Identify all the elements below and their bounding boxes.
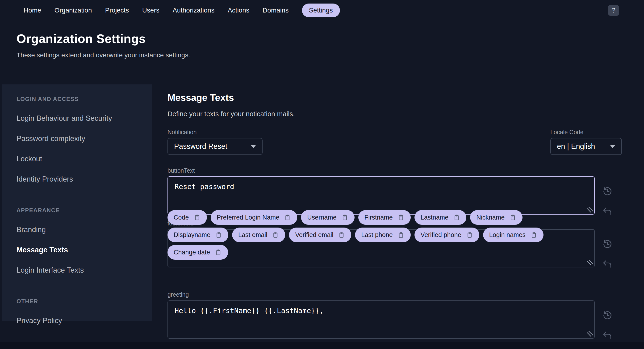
notification-label: Notification — [168, 129, 262, 136]
locale-select[interactable]: en | English — [550, 138, 622, 155]
chip-label: Nickname — [476, 214, 504, 221]
sidebar-item-login-behaviour[interactable]: Login Behaviour and Security — [16, 114, 152, 123]
nav-item-domains[interactable]: Domains — [262, 6, 288, 14]
buttontext-label: buttonText — [168, 167, 595, 174]
clipboard-icon — [397, 214, 404, 221]
sidebar-section-login-and-access: LOGIN AND ACCESS — [16, 96, 152, 102]
buttontext-input[interactable]: Reset password — [168, 176, 595, 215]
undo-icon[interactable] — [602, 330, 613, 341]
clipboard-icon — [272, 231, 279, 239]
clipboard-icon — [466, 231, 473, 239]
undo-icon[interactable] — [602, 259, 613, 270]
chip-label: Firstname — [364, 214, 393, 221]
locale-field: Locale Code en | English — [550, 129, 622, 155]
notification-selected-value: Password Reset — [174, 142, 228, 151]
chip-label: Code — [174, 214, 189, 221]
sidebar-item-message-texts[interactable]: Message Texts — [16, 246, 152, 254]
history-icon[interactable] — [602, 239, 613, 250]
chip-last-email[interactable]: Last email — [232, 228, 285, 242]
chip-label: Preferred Login Name — [217, 214, 280, 221]
sidebar-item-privacy-policy[interactable]: Privacy Policy — [16, 317, 152, 325]
chip-label: Login names — [489, 231, 526, 239]
resize-handle[interactable] — [588, 331, 593, 337]
sidebar-item-login-interface-texts[interactable]: Login Interface Texts — [16, 266, 152, 275]
locale-selected-value: en | English — [557, 142, 595, 151]
clipboard-icon — [338, 231, 345, 239]
chip-label: Displayname — [174, 231, 210, 239]
sidebar-item-password-complexity[interactable]: Password complexity — [16, 134, 152, 143]
chip-lastname[interactable]: Lastname — [414, 210, 466, 225]
placeholder-chips: Code Preferred Login Name Username First… — [168, 210, 583, 260]
greeting-input[interactable]: Hello {{.FirstName}} {{.LastName}}, — [168, 301, 595, 339]
clipboard-icon — [509, 214, 516, 221]
greeting-field: greeting Hello {{.FirstName}} {{.LastNam… — [168, 291, 595, 339]
clipboard-icon — [215, 231, 222, 239]
clipboard-icon — [397, 231, 404, 239]
settings-sidebar: LOGIN AND ACCESS Login Behaviour and Sec… — [2, 84, 152, 321]
help-button[interactable]: ? — [608, 5, 619, 16]
chip-preferred-login-name[interactable]: Preferred Login Name — [211, 210, 298, 225]
nav-item-users[interactable]: Users — [142, 6, 160, 14]
top-navigation: Home Organization Projects Users Authori… — [0, 0, 644, 21]
chip-displayname[interactable]: Displayname — [168, 228, 228, 242]
clipboard-icon — [214, 249, 222, 256]
resize-handle[interactable] — [588, 260, 593, 265]
page-header: Organization Settings These settings ext… — [16, 31, 644, 59]
notification-field: Notification Password Reset — [168, 129, 262, 155]
notification-select[interactable]: Password Reset — [168, 138, 262, 155]
sidebar-item-identity-providers[interactable]: Identity Providers — [16, 175, 152, 183]
clipboard-icon — [284, 214, 291, 221]
nav-item-settings[interactable]: Settings — [302, 3, 340, 17]
chip-label: Verified email — [295, 231, 333, 239]
chip-label: Username — [307, 214, 337, 221]
clipboard-icon — [453, 214, 460, 221]
buttontext-field: buttonText Reset password — [168, 167, 595, 215]
chip-label: Change date — [174, 249, 210, 256]
section-description: Define your texts for your notication ma… — [168, 110, 620, 118]
footertext-field: Code Preferred Login Name Username First… — [168, 220, 595, 267]
sidebar-divider — [16, 197, 138, 197]
history-icon[interactable] — [602, 186, 613, 197]
section-heading: Message Texts — [168, 92, 620, 103]
history-icon[interactable] — [602, 310, 613, 321]
chip-label: Last phone — [361, 231, 393, 239]
chevron-down-icon — [610, 145, 615, 148]
chip-label: Verified phone — [420, 231, 462, 239]
chip-nickname[interactable]: Nickname — [470, 210, 522, 225]
page-bottom-edge — [0, 342, 644, 349]
chip-label: Lastname — [420, 214, 449, 221]
nav-item-organization[interactable]: Organization — [54, 6, 92, 14]
nav-item-authorizations[interactable]: Authorizations — [173, 6, 214, 14]
message-texts-panel: Message Texts Define your texts for your… — [168, 92, 620, 341]
sidebar-item-lockout[interactable]: Lockout — [16, 155, 152, 163]
nav-item-actions[interactable]: Actions — [228, 6, 249, 14]
chip-verified-email[interactable]: Verified email — [289, 228, 351, 242]
sidebar-divider — [16, 288, 138, 288]
chip-change-date[interactable]: Change date — [168, 245, 228, 260]
clipboard-icon — [193, 214, 201, 221]
chip-label: Last email — [238, 231, 267, 239]
undo-icon[interactable] — [602, 206, 613, 217]
chip-verified-phone[interactable]: Verified phone — [414, 228, 479, 242]
sidebar-section-other: OTHER — [16, 298, 152, 305]
chevron-down-icon — [251, 145, 256, 148]
chip-code[interactable]: Code — [168, 210, 207, 225]
sidebar-item-branding[interactable]: Branding — [16, 225, 152, 234]
chip-login-names[interactable]: Login names — [483, 228, 544, 242]
nav-item-projects[interactable]: Projects — [105, 6, 129, 14]
sidebar-section-appearance: APPEARANCE — [16, 207, 152, 214]
chip-firstname[interactable]: Firstname — [358, 210, 411, 225]
locale-label: Locale Code — [550, 129, 622, 136]
page-title: Organization Settings — [16, 31, 644, 46]
page-subtitle: These settings extend and overwrite your… — [16, 51, 644, 59]
chip-username[interactable]: Username — [301, 210, 354, 225]
clipboard-icon — [530, 231, 537, 239]
resize-handle[interactable] — [588, 207, 593, 212]
nav-item-home[interactable]: Home — [24, 6, 41, 14]
clipboard-icon — [341, 214, 348, 221]
chip-last-phone[interactable]: Last phone — [355, 228, 411, 242]
greeting-label: greeting — [168, 291, 595, 298]
